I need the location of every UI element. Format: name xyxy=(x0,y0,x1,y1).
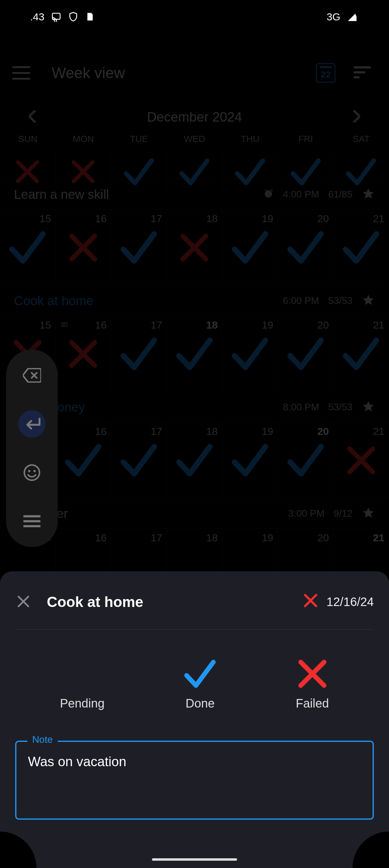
shield-icon xyxy=(68,11,78,22)
status-label: Pending xyxy=(60,696,104,710)
status-label: Done xyxy=(186,696,215,710)
network-type: 3G xyxy=(327,11,341,23)
sheet-habit-name: Cook at home xyxy=(47,594,143,610)
edit-entry-sheet: Cook at home 12/16/24 PendingDoneFailed … xyxy=(0,571,389,868)
status-label: Failed xyxy=(296,696,329,710)
camera-punch-hole xyxy=(180,14,209,43)
close-icon[interactable] xyxy=(15,593,32,611)
sd-card-icon xyxy=(85,11,94,22)
sheet-date: 12/16/24 xyxy=(326,595,374,609)
current-status-icon xyxy=(303,593,319,611)
svg-rect-1 xyxy=(52,13,60,20)
status-option-pending[interactable]: Pending xyxy=(60,654,104,710)
cast-icon xyxy=(51,11,61,22)
status-option-failed[interactable]: Failed xyxy=(296,654,329,710)
status-option-done[interactable]: Done xyxy=(182,654,218,710)
check-icon xyxy=(182,654,218,690)
x-icon xyxy=(296,654,329,690)
note-input[interactable] xyxy=(15,741,374,820)
note-label: Note xyxy=(27,734,58,745)
home-indicator[interactable] xyxy=(152,858,237,861)
